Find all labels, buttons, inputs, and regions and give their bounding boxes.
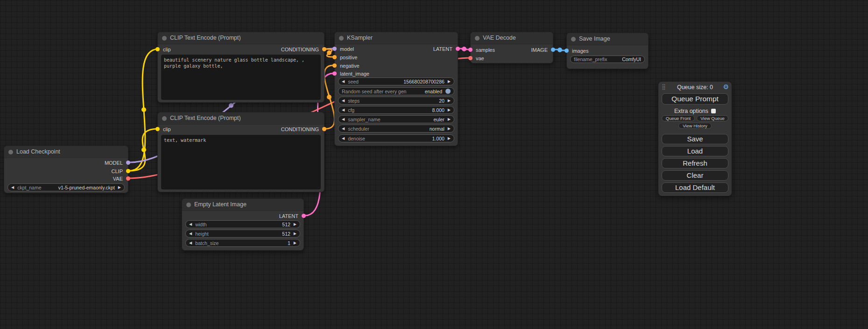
widget-label: sampler_name xyxy=(348,117,380,122)
decrement-arrow-icon[interactable]: ◀ xyxy=(342,125,345,132)
input-port-negative[interactable] xyxy=(332,63,337,68)
output-port-vae[interactable] xyxy=(126,176,130,181)
widget-sampler-name[interactable]: ◀ sampler_name euler ▶ xyxy=(338,115,454,123)
widget-value: 8.000 xyxy=(432,107,445,113)
increment-arrow-icon[interactable]: ▶ xyxy=(448,135,451,142)
decrement-arrow-icon[interactable]: ◀ xyxy=(342,135,345,142)
increment-arrow-icon[interactable]: ▶ xyxy=(294,221,296,228)
node-save-image[interactable]: Save Image images filename_prefix ComfyU… xyxy=(566,33,649,69)
node-canvas[interactable]: Load Checkpoint MODEL CLIP VAE ◀ ckpt_na… xyxy=(0,0,868,329)
decrement-arrow-icon[interactable]: ◀ xyxy=(11,184,14,191)
input-port-vae[interactable] xyxy=(468,56,473,60)
extra-options-row: Extra options xyxy=(658,108,732,114)
decrement-arrow-icon[interactable]: ◀ xyxy=(342,106,345,113)
increment-arrow-icon[interactable]: ▶ xyxy=(294,239,296,246)
increment-arrow-icon[interactable]: ▶ xyxy=(448,125,451,132)
input-port-latent-image[interactable] xyxy=(332,71,337,76)
prompt-textarea[interactable]: text, watermark xyxy=(161,135,321,189)
toggle-knob-icon[interactable] xyxy=(445,89,451,94)
collapse-dot-icon[interactable] xyxy=(186,203,191,207)
widget-random-seed[interactable]: Random seed after every gen enabled xyxy=(338,87,454,95)
input-slot-images: images xyxy=(572,48,588,54)
collapse-dot-icon[interactable] xyxy=(8,150,13,154)
node-title-bar[interactable]: CLIP Text Encode (Prompt) xyxy=(158,32,324,44)
node-ksampler[interactable]: KSampler model positive negative latent_… xyxy=(334,32,458,146)
widget-width[interactable]: ◀ width 512 ▶ xyxy=(185,220,300,228)
collapse-dot-icon[interactable] xyxy=(571,37,576,42)
queue-front-button[interactable]: Queue Front xyxy=(662,115,695,121)
node-title-bar[interactable]: Load Checkpoint xyxy=(4,146,128,158)
node-title-bar[interactable]: KSampler xyxy=(335,32,458,44)
view-queue-button[interactable]: View Queue xyxy=(697,115,728,121)
increment-arrow-icon[interactable]: ▶ xyxy=(294,230,296,237)
extra-options-checkbox[interactable] xyxy=(711,109,716,113)
output-port-latent[interactable] xyxy=(456,47,460,51)
decrement-arrow-icon[interactable]: ◀ xyxy=(189,230,192,237)
increment-arrow-icon[interactable]: ▶ xyxy=(448,106,451,113)
input-port-images[interactable] xyxy=(565,49,569,53)
widget-value: v1-5-pruned-emaonly.ckpt xyxy=(58,185,115,190)
link-midpoint-dot xyxy=(462,47,466,51)
widget-label: ckpt_name xyxy=(17,185,41,190)
widget-ckpt-name[interactable]: ◀ ckpt_name v1-5-pruned-emaonly.ckpt ▶ xyxy=(7,183,125,191)
widget-cfg[interactable]: ◀ cfg 8.000 ▶ xyxy=(338,106,454,114)
collapse-dot-icon[interactable] xyxy=(162,116,167,121)
node-title-bar[interactable]: Empty Latent Image xyxy=(182,199,303,211)
increment-arrow-icon[interactable]: ▶ xyxy=(448,97,451,104)
input-slot-negative: negative xyxy=(340,63,360,69)
input-port-clip[interactable] xyxy=(155,127,160,131)
input-slot-vae: vae xyxy=(476,56,484,61)
widget-value: 512 xyxy=(282,222,290,227)
node-clip-text-encode-negative[interactable]: CLIP Text Encode (Prompt) clip CONDITION… xyxy=(157,112,325,192)
widget-value: 156680208700286 xyxy=(403,79,445,84)
output-port-model[interactable] xyxy=(126,161,130,165)
node-title: Empty Latent Image xyxy=(194,201,247,208)
output-slot-conditioning: CONDITIONING xyxy=(281,47,319,52)
increment-arrow-icon[interactable]: ▶ xyxy=(448,78,451,85)
save-button[interactable]: Save xyxy=(662,134,728,144)
load-button[interactable]: Load xyxy=(662,146,728,156)
refresh-button[interactable]: Refresh xyxy=(662,158,728,168)
decrement-arrow-icon[interactable]: ◀ xyxy=(189,221,192,228)
widget-batch-size[interactable]: ◀ batch_size 1 ▶ xyxy=(185,239,300,247)
widget-scheduler[interactable]: ◀ scheduler normal ▶ xyxy=(338,125,454,133)
widget-steps[interactable]: ◀ steps 20 ▶ xyxy=(338,97,454,105)
widget-value: 1.000 xyxy=(432,136,445,141)
decrement-arrow-icon[interactable]: ◀ xyxy=(342,116,345,123)
input-port-samples[interactable] xyxy=(468,48,473,52)
settings-gear-icon[interactable]: ⚙ xyxy=(723,83,729,91)
load-default-button[interactable]: Load Default xyxy=(662,182,728,193)
collapse-dot-icon[interactable] xyxy=(339,36,344,41)
node-title-bar[interactable]: VAE Decode xyxy=(471,32,553,44)
prompt-textarea[interactable]: beautiful scenery nature glass bottle la… xyxy=(161,55,321,100)
node-title-bar[interactable]: CLIP Text Encode (Prompt) xyxy=(158,112,324,125)
decrement-arrow-icon[interactable]: ◀ xyxy=(342,78,345,85)
collapse-dot-icon[interactable] xyxy=(162,36,167,41)
input-port-positive[interactable] xyxy=(332,55,337,59)
node-clip-text-encode-positive[interactable]: CLIP Text Encode (Prompt) clip CONDITION… xyxy=(157,32,325,103)
increment-arrow-icon[interactable]: ▶ xyxy=(448,116,451,123)
clear-button[interactable]: Clear xyxy=(662,170,728,181)
output-port-conditioning[interactable] xyxy=(322,127,326,131)
output-port-image[interactable] xyxy=(551,48,555,52)
widget-value: euler xyxy=(433,117,444,122)
decrement-arrow-icon[interactable]: ◀ xyxy=(189,239,192,246)
widget-height[interactable]: ◀ height 512 ▶ xyxy=(185,230,300,238)
output-port-conditioning[interactable] xyxy=(322,47,326,51)
widget-filename-prefix[interactable]: filename_prefix ComfyUI xyxy=(570,56,645,63)
increment-arrow-icon[interactable]: ▶ xyxy=(118,184,121,191)
input-port-clip[interactable] xyxy=(155,47,160,51)
view-history-button[interactable]: View History xyxy=(678,123,712,129)
input-port-model[interactable] xyxy=(332,47,337,51)
queue-prompt-button[interactable]: Queue Prompt xyxy=(662,93,728,105)
node-title-bar[interactable]: Save Image xyxy=(567,33,648,45)
node-vae-decode[interactable]: VAE Decode samples vae IMAGE xyxy=(470,32,553,63)
output-port-latent[interactable] xyxy=(302,214,306,218)
node-empty-latent-image[interactable]: Empty Latent Image LATENT ◀ width 512 ▶ … xyxy=(182,198,304,251)
decrement-arrow-icon[interactable]: ◀ xyxy=(342,97,345,104)
widget-seed[interactable]: ◀ seed 156680208700286 ▶ xyxy=(338,77,454,85)
widget-denoise[interactable]: ◀ denoise 1.000 ▶ xyxy=(338,134,454,142)
collapse-dot-icon[interactable] xyxy=(475,36,480,41)
output-port-clip[interactable] xyxy=(126,169,130,173)
node-load-checkpoint[interactable]: Load Checkpoint MODEL CLIP VAE ◀ ckpt_na… xyxy=(4,146,128,193)
